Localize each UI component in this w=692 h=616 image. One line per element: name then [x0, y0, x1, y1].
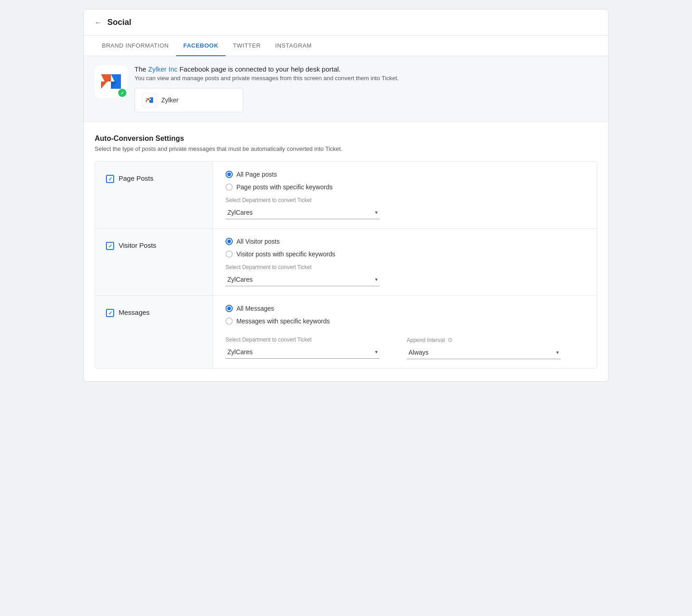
connected-badge: ✓: [118, 89, 126, 97]
page-posts-label-cell: ✓ Page Posts: [95, 162, 213, 228]
page-posts-dept-label: Select Department to convert Ticket: [226, 197, 584, 203]
visitor-posts-row: ✓ Visitor Posts All Visitor posts Visito…: [95, 229, 597, 296]
page-posts-dept-arrow-icon: ▾: [375, 209, 378, 216]
visitor-posts-keywords-label: Visitor posts with specific keywords: [236, 250, 335, 258]
messages-dept-value: ZylCares: [227, 348, 253, 356]
auto-conversion-section: Auto-Conversion Settings Select the type…: [84, 122, 608, 381]
visitor-posts-label-cell: ✓ Visitor Posts: [95, 229, 213, 295]
facebook-page-card[interactable]: Zylker: [135, 88, 243, 112]
page-card-name: Zylker: [161, 96, 178, 104]
page-posts-checkbox[interactable]: ✓: [106, 175, 114, 183]
connected-banner: ✓ The Zylker Inc Facebook page is connec…: [84, 56, 608, 122]
page-posts-all-radio[interactable]: [226, 171, 233, 178]
messages-all-radio[interactable]: [226, 305, 233, 312]
append-label-row: Append Interval ⚙: [407, 337, 584, 343]
messages-dept-select[interactable]: ZylCares ▾: [226, 346, 380, 359]
messages-all-label: All Messages: [236, 305, 274, 312]
messages-keywords-radio[interactable]: [226, 318, 233, 325]
tab-brand-information[interactable]: BRAND INFORMATION: [95, 36, 176, 56]
back-button[interactable]: ←: [95, 19, 102, 27]
messages-label-cell: ✓ Messages: [95, 296, 213, 368]
messages-append-group: Append Interval ⚙ Always ▾: [407, 330, 584, 359]
append-interval-value: Always: [408, 349, 428, 356]
page-posts-keywords-label: Page posts with specific keywords: [236, 183, 332, 191]
visitor-posts-dept-label: Select Department to convert Ticket: [226, 264, 584, 270]
messages-row: ✓ Messages All Messages Messages with sp…: [95, 296, 597, 368]
append-interval-label: Append Interval: [407, 337, 445, 343]
messages-dept-arrow-icon: ▾: [375, 349, 378, 355]
messages-keywords-option[interactable]: Messages with specific keywords: [226, 318, 584, 325]
visitor-posts-all-radio[interactable]: [226, 238, 233, 245]
page-header: ← Social: [84, 10, 608, 36]
messages-checkbox[interactable]: ✓: [106, 309, 114, 317]
page-posts-dept-select[interactable]: ZylCares ▾: [226, 206, 380, 219]
gear-icon[interactable]: ⚙: [447, 337, 453, 343]
messages-bottom-row: Select Department to convert Ticket ZylC…: [226, 330, 584, 359]
messages-checkmark: ✓: [108, 310, 112, 316]
page-posts-keywords-radio[interactable]: [226, 183, 233, 191]
messages-all-option[interactable]: All Messages: [226, 305, 584, 312]
banner-text: The Zylker Inc Facebook page is connecte…: [135, 65, 597, 112]
brand-name-link[interactable]: Zylker Inc: [148, 65, 178, 73]
page-posts-checkmark: ✓: [108, 176, 112, 182]
page-posts-all-label: All Page posts: [236, 171, 277, 178]
visitor-posts-options: All Visitor posts Visitor posts with spe…: [213, 229, 597, 295]
messages-dept-label: Select Department to convert Ticket: [226, 337, 380, 343]
page-container: ← Social BRAND INFORMATION FACEBOOK TWIT…: [83, 9, 609, 382]
section-description: Select the type of posts and private mes…: [95, 145, 597, 152]
page-posts-keywords-option[interactable]: Page posts with specific keywords: [226, 183, 584, 191]
messages-options: All Messages Messages with specific keyw…: [213, 296, 597, 368]
messages-label: Messages: [119, 308, 149, 316]
section-title: Auto-Conversion Settings: [95, 135, 597, 143]
visitor-posts-dept-arrow-icon: ▾: [375, 276, 378, 283]
visitor-posts-all-label: All Visitor posts: [236, 238, 279, 245]
page-posts-dept-value: ZylCares: [227, 209, 253, 216]
visitor-posts-keywords-radio[interactable]: [226, 250, 233, 258]
banner-sub-message: You can view and manage posts and privat…: [135, 75, 597, 82]
visitor-posts-checkmark: ✓: [108, 243, 112, 249]
messages-keywords-label: Messages with specific keywords: [236, 318, 330, 325]
visitor-posts-keywords-option[interactable]: Visitor posts with specific keywords: [226, 250, 584, 258]
page-posts-all-option[interactable]: All Page posts: [226, 171, 584, 178]
page-posts-options: All Page posts Page posts with specific …: [213, 162, 597, 228]
append-interval-select[interactable]: Always ▾: [407, 346, 561, 359]
page-posts-label: Page Posts: [119, 174, 154, 182]
visitor-posts-dept-select[interactable]: ZylCares ▾: [226, 273, 380, 286]
visitor-posts-label: Visitor Posts: [119, 241, 156, 249]
visitor-posts-dept-value: ZylCares: [227, 276, 253, 283]
tab-twitter[interactable]: TWITTER: [226, 36, 268, 56]
brand-logo-container: ✓: [95, 65, 127, 98]
banner-heading: The Zylker Inc Facebook page is connecte…: [135, 65, 597, 73]
visitor-posts-checkbox[interactable]: ✓: [106, 242, 114, 250]
tab-facebook[interactable]: FACEBOOK: [176, 36, 226, 56]
tab-instagram[interactable]: INSTAGRAM: [268, 36, 319, 56]
messages-dept-group: Select Department to convert Ticket ZylC…: [226, 330, 380, 359]
page-card-logo: [142, 93, 157, 107]
settings-table: ✓ Page Posts All Page posts Page posts w…: [95, 161, 597, 369]
tabs-bar: BRAND INFORMATION FACEBOOK TWITTER INSTA…: [84, 36, 608, 56]
page-title: Social: [107, 18, 131, 27]
page-posts-row: ✓ Page Posts All Page posts Page posts w…: [95, 162, 597, 229]
visitor-posts-all-option[interactable]: All Visitor posts: [226, 238, 584, 245]
append-interval-arrow-icon: ▾: [556, 349, 559, 356]
